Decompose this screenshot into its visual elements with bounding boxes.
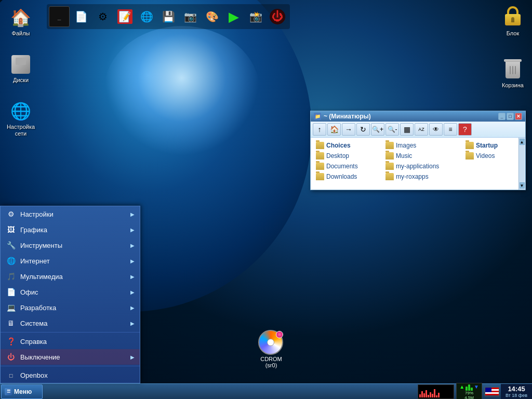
start-menu-item-instrumenty[interactable]: 🔧 Инструменты ▶ xyxy=(1,237,140,253)
start-menu-item-sistema[interactable]: 🖥 Система ▶ xyxy=(1,315,140,331)
toolbar-zoom-out-button[interactable]: 🔍- xyxy=(385,123,399,136)
taskbar-time: 14:45 xyxy=(504,385,529,393)
folder-desktop[interactable]: Desktop xyxy=(314,151,376,161)
start-menu-item-ofis[interactable]: 📄 Офис ▶ xyxy=(1,284,140,300)
sm-label-nastroyki: Настройки xyxy=(20,210,54,218)
folder-my-applications[interactable]: my-applications xyxy=(383,162,446,171)
sm-label-grafika: Графика xyxy=(20,226,47,234)
start-menu-item-nastroyki[interactable]: ⚙ Настройки ▶ xyxy=(1,206,140,222)
window-toolbar: ↑ 🏠 → ↻ 🔍+ 🔍- ▦ AZ 👁 ≡ ? xyxy=(311,122,525,138)
folder-name-music: Music xyxy=(396,152,412,159)
quicklaunch-camera[interactable]: 📷 xyxy=(180,6,201,27)
start-menu-item-openbox[interactable]: ◻ Openbox xyxy=(1,367,140,383)
power-off-icon: ⏻ xyxy=(6,352,16,362)
openbox-icon: ◻ xyxy=(6,370,16,380)
taskbar-flag[interactable] xyxy=(485,387,499,396)
taskbar-network-indicator[interactable]: ▲ ▼ 79% 4.5M xyxy=(456,383,482,400)
net-bar-2 xyxy=(468,384,470,391)
start-menu-item-multimedia[interactable]: 🎵 Мультимедиа ▶ xyxy=(1,269,140,284)
folder-music[interactable]: Music xyxy=(383,151,446,161)
folder-icon xyxy=(316,142,324,149)
quicklaunch-settings[interactable]: ⚙ xyxy=(92,6,113,27)
multimedia-icon: 🎵 xyxy=(6,271,16,282)
net-bars xyxy=(466,383,473,391)
net-up-arrow: ▲ xyxy=(459,384,464,390)
folder-startup[interactable]: Startup xyxy=(463,141,526,150)
taskbar: ☰ Меню ▲ ▼ xyxy=(0,383,532,399)
graph-bar-10 xyxy=(438,393,440,397)
graph-bar-5 xyxy=(428,395,429,397)
taskbar-menu-button[interactable]: ☰ Меню xyxy=(1,384,43,399)
folder-choices[interactable]: Choices xyxy=(314,141,376,150)
folder-name-downloads: Downloads xyxy=(326,173,357,180)
folder-col-0: Choices Desktop Documents Downloads xyxy=(314,141,381,187)
sm-arrow: ▶ xyxy=(130,305,135,311)
folder-documents[interactable]: Documents xyxy=(314,162,376,171)
desktop-icon-files[interactable]: 🏠 Файлы xyxy=(4,5,37,39)
toolbar-forward-button[interactable]: → xyxy=(342,123,355,136)
sm-label-internet: Интернет xyxy=(20,257,50,265)
sm-label-spravka: Справка xyxy=(20,338,47,345)
sm-arrow: ▶ xyxy=(130,321,135,326)
desktop-icon-network[interactable]: 🌐 Настройка сети xyxy=(4,99,37,139)
lock-icon xyxy=(502,7,523,28)
window-titlebar[interactable]: 📁 ~ (Миниатюры) _ □ ✕ xyxy=(311,111,525,122)
sm-label-openbox: Openbox xyxy=(20,371,48,379)
system-icon: 🖥 xyxy=(6,318,16,328)
toolbar-up-button[interactable]: ↑ xyxy=(313,123,326,136)
graph-bar-7 xyxy=(432,394,433,397)
toolbar-help-button[interactable]: ? xyxy=(458,123,472,136)
toolbar-home-button[interactable]: 🏠 xyxy=(327,123,341,136)
cdrom-disc-container xyxy=(258,330,284,356)
quicklaunch-paint[interactable]: 🎨 xyxy=(202,6,222,27)
toolbar-sort-button[interactable]: AZ xyxy=(415,123,428,136)
quicklaunch-notepad[interactable]: 📝 xyxy=(114,6,135,27)
quicklaunch-removable[interactable]: 💾 xyxy=(158,6,179,27)
toolbar-grid-button[interactable]: ▦ xyxy=(400,123,414,136)
quicklaunch-webcam[interactable]: 📸 xyxy=(245,6,266,27)
folder-icon xyxy=(385,142,394,149)
folder-icon xyxy=(466,152,474,159)
disk-icon xyxy=(10,54,31,75)
graph-bar-6 xyxy=(430,392,431,397)
taskbar-clock[interactable]: 14:45 Вт 18 фев xyxy=(501,384,532,399)
folder-videos[interactable]: Videos xyxy=(463,151,526,161)
folder-name-my-roxapps: my-roxapps xyxy=(396,173,429,180)
folder-icon xyxy=(385,152,394,159)
toolbar-list-button[interactable]: ≡ xyxy=(444,123,457,136)
sm-arrow: ▶ xyxy=(130,289,135,295)
start-menu-item-spravka[interactable]: ❓ Справка xyxy=(1,334,140,349)
disks-label: Диски xyxy=(13,77,29,84)
toolbar-zoom-in-button[interactable]: 🔍+ xyxy=(371,123,384,136)
quicklaunch-browser[interactable]: 🌐 xyxy=(136,6,157,27)
window-close-button[interactable]: ✕ xyxy=(515,113,522,120)
quicklaunch-files[interactable]: 📄 xyxy=(71,6,91,27)
folder-downloads[interactable]: Downloads xyxy=(314,172,376,181)
graph-bar-2 xyxy=(421,391,423,397)
start-menu-item-vykluchenie[interactable]: ⏻ Выключение ▶ xyxy=(1,349,140,365)
sm-label-vykluchenie: Выключение xyxy=(20,353,60,361)
window-maximize-button[interactable]: □ xyxy=(507,113,514,120)
window-scrollbar[interactable]: ▲ ▼ xyxy=(518,138,525,190)
quicklaunch-power[interactable]: ⏻ xyxy=(267,6,288,27)
lock-label: Блок xyxy=(507,30,520,37)
desktop-icon-cdrom[interactable]: CDROM (sr0) xyxy=(253,330,289,368)
trash-label: Корзина xyxy=(502,82,524,89)
desktop-icon-disks[interactable]: Диски xyxy=(4,52,37,86)
toolbar-refresh-button[interactable]: ↻ xyxy=(356,123,370,136)
folder-images[interactable]: Images xyxy=(383,141,446,150)
folder-my-roxapps[interactable]: my-roxapps xyxy=(383,172,446,181)
desktop-icon-lock[interactable]: Блок xyxy=(496,5,529,39)
quicklaunch-play[interactable]: ▶ xyxy=(223,6,244,27)
graph-bar-1 xyxy=(419,394,421,397)
window-minimize-button[interactable]: _ xyxy=(498,113,506,120)
quicklaunch-terminal[interactable]: _ xyxy=(49,6,70,27)
desktop-icon-trash[interactable]: Корзина xyxy=(496,57,529,91)
toolbar-hidden-button[interactable]: 👁 xyxy=(429,123,443,136)
start-menu-item-internet[interactable]: 🌐 Интернет ▶ xyxy=(1,253,140,269)
start-menu-item-grafika[interactable]: 🖼 Графика ▶ xyxy=(1,222,140,237)
start-menu-item-razrabotka[interactable]: 💻 Разработка ▶ xyxy=(1,300,140,315)
cdrom-gear-icon xyxy=(276,331,283,338)
taskbar-perf-graph xyxy=(418,384,454,399)
internet-icon: 🌐 xyxy=(6,256,16,266)
